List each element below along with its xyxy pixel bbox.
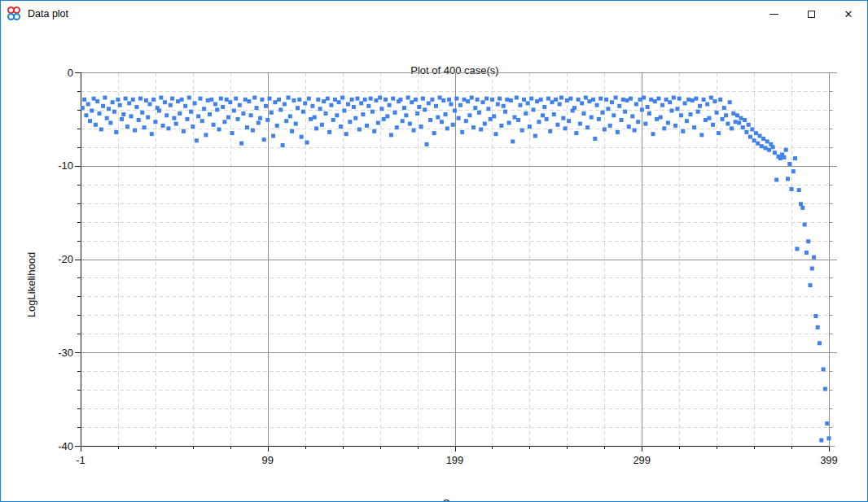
svg-text:-10: -10 — [58, 159, 73, 172]
svg-text:399: 399 — [820, 454, 838, 466]
svg-text:299: 299 — [633, 454, 651, 466]
svg-text:-20: -20 — [58, 253, 73, 265]
svg-text:0: 0 — [68, 67, 73, 79]
svg-text:199: 199 — [446, 454, 464, 466]
svg-text:-40: -40 — [58, 440, 73, 452]
svg-text:99: 99 — [262, 454, 274, 466]
scatter-plot-canvas: -1991992993990-10-20-30-40 — [1, 1, 868, 502]
ring-blue-bottom-left-icon — [7, 13, 15, 20]
y-tick-labels: 0-10-20-30-40 — [58, 67, 73, 452]
svg-text:-30: -30 — [58, 347, 73, 359]
data-plot-window: Data plot ✕ Plot of 400 case(s) LogLikel… — [0, 0, 868, 502]
svg-text:-1: -1 — [76, 454, 85, 466]
x-tick-labels: -199199299399 — [76, 454, 838, 466]
axis-ticks — [75, 73, 835, 452]
